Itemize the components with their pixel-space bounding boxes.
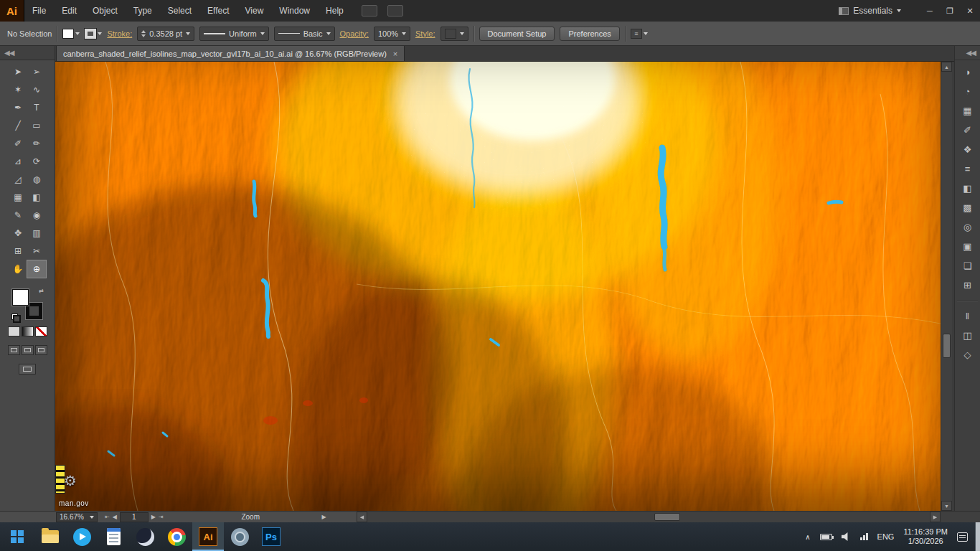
stroke-swatch[interactable]: [85, 29, 102, 39]
menu-edit[interactable]: Edit: [54, 0, 85, 22]
tool-hand[interactable]: ✋: [9, 260, 27, 278]
taskbar-chrome[interactable]: [161, 522, 192, 551]
menu-type[interactable]: Type: [126, 0, 160, 22]
next-artboard-button[interactable]: ▶: [151, 514, 156, 520]
panel-appearance-icon[interactable]: ◎: [959, 219, 976, 235]
draw-behind-button[interactable]: [22, 345, 34, 355]
tool-selection[interactable]: ➤: [9, 63, 27, 80]
menu-effect[interactable]: Effect: [199, 0, 237, 22]
tool-gradient[interactable]: ◧: [27, 189, 46, 206]
panel-brushes-icon[interactable]: ✐: [959, 122, 976, 138]
vertical-scrollbar[interactable]: ▲ ▼: [941, 62, 952, 511]
previous-artboard-button[interactable]: ◀: [113, 514, 117, 520]
stroke-weight-field[interactable]: 0.3528 pt: [137, 27, 194, 41]
close-button[interactable]: ✕: [960, 0, 980, 22]
tool-type[interactable]: T: [27, 99, 46, 116]
text-align-flyout[interactable]: ≡: [631, 29, 648, 39]
battery-icon[interactable]: [820, 534, 832, 540]
tool-paintbrush[interactable]: ✐: [9, 135, 27, 152]
taskbar-illustrator[interactable]: Ai: [192, 522, 224, 551]
taskbar-clock[interactable]: 11:16:39 PM 1/30/2026: [903, 527, 948, 546]
style-select[interactable]: [440, 27, 468, 41]
panel-graphic-styles-icon[interactable]: ▣: [959, 238, 976, 254]
taskbar-night-browser[interactable]: [129, 522, 161, 551]
tool-width[interactable]: ⊿: [9, 153, 27, 170]
tool-magic-wand[interactable]: ✶: [9, 81, 27, 98]
panel-color-guide-icon[interactable]: ◔: [959, 83, 976, 99]
draw-inside-button[interactable]: [35, 345, 47, 355]
taskbar-telegram[interactable]: [66, 522, 98, 551]
vertical-scroll-thumb[interactable]: [943, 334, 951, 358]
menu-file[interactable]: File: [24, 0, 54, 22]
taskbar-file-explorer[interactable]: [34, 522, 66, 551]
last-artboard-button[interactable]: ⇥: [159, 514, 164, 520]
panel-color-icon[interactable]: ◑: [959, 64, 976, 80]
scroll-up-button[interactable]: ▲: [941, 62, 952, 72]
tool-zoom[interactable]: ⊕: [27, 260, 46, 278]
horizontal-scrollbar[interactable]: ◀ ▶: [357, 512, 941, 522]
workspace-switcher[interactable]: Essentials: [839, 6, 901, 16]
menu-help[interactable]: Help: [318, 0, 352, 22]
opacity-panel-link[interactable]: Opacity:: [340, 29, 369, 38]
panel-pathfinder-icon[interactable]: ◫: [959, 327, 976, 343]
language-indicator[interactable]: ENG: [877, 532, 895, 541]
menu-object[interactable]: Object: [85, 0, 126, 22]
tool-direct-selection[interactable]: ➢: [27, 63, 46, 80]
bridge-icon[interactable]: [362, 5, 377, 17]
tool-line-segment[interactable]: ╱: [9, 117, 27, 134]
document-canvas[interactable]: ⚙ man.gov: [55, 62, 941, 511]
fill-swatch[interactable]: [62, 29, 80, 39]
screen-mode-button[interactable]: [19, 364, 36, 375]
scroll-right-button[interactable]: ▶: [930, 512, 941, 522]
panel-gradient-icon[interactable]: ◧: [959, 180, 976, 196]
taskbar-photoshop[interactable]: Ps: [255, 522, 287, 551]
stepper-icon[interactable]: [141, 30, 146, 37]
restore-button[interactable]: ❐: [940, 0, 960, 22]
vertical-scroll-track[interactable]: [941, 72, 952, 501]
tool-lasso[interactable]: ∿: [27, 81, 46, 98]
tool-scale[interactable]: ◿: [9, 171, 27, 188]
swap-fill-stroke-icon[interactable]: ⇄: [39, 288, 44, 294]
tool-blend[interactable]: ◉: [27, 207, 46, 224]
panel-stroke-icon[interactable]: ≡: [959, 161, 976, 176]
tool-rectangle[interactable]: ▭: [27, 117, 46, 134]
tool-artboard[interactable]: ⊞: [9, 242, 27, 260]
panel-transparency-icon[interactable]: ▩: [959, 199, 976, 215]
panel-transform-icon[interactable]: ◇: [959, 347, 976, 362]
scroll-left-button[interactable]: ◀: [357, 512, 367, 522]
tool-symbol-sprayer[interactable]: ✥: [9, 225, 27, 242]
start-button[interactable]: [0, 522, 34, 551]
tool-pencil[interactable]: ✏: [27, 135, 46, 152]
hidden-icons-button[interactable]: ∧: [805, 533, 810, 541]
menu-select[interactable]: Select: [160, 0, 199, 22]
status-flyout-icon[interactable]: ▶: [322, 514, 326, 520]
tool-column-graph[interactable]: ▥: [27, 225, 46, 242]
tool-pen[interactable]: ✒: [9, 99, 27, 116]
draw-normal-button[interactable]: [8, 345, 20, 355]
artboard-number-input[interactable]: 1: [120, 512, 149, 522]
menu-window[interactable]: Window: [271, 0, 318, 22]
document-setup-button[interactable]: Document Setup: [479, 27, 555, 41]
panel-swatches-icon[interactable]: ▦: [959, 103, 976, 118]
scroll-down-button[interactable]: ▼: [941, 501, 952, 511]
tool-slice[interactable]: ✂: [27, 242, 46, 260]
taskbar-utility-app[interactable]: [224, 522, 255, 551]
default-fill-stroke-icon[interactable]: [11, 314, 18, 320]
toolbar-collapse-button[interactable]: ◀◀: [0, 46, 55, 60]
style-panel-link[interactable]: Style:: [415, 29, 435, 38]
tool-rotate[interactable]: ⟳: [27, 153, 46, 170]
panel-artboards-icon[interactable]: ⊞: [959, 277, 976, 293]
color-button[interactable]: [8, 326, 20, 336]
status-display[interactable]: Zoom ▶: [174, 512, 328, 522]
show-desktop-button[interactable]: [975, 522, 980, 551]
network-icon[interactable]: [860, 533, 868, 540]
fill-color-swatch[interactable]: [12, 289, 29, 306]
panel-layers-icon[interactable]: ❏: [959, 258, 976, 273]
close-tab-icon[interactable]: ×: [393, 50, 397, 58]
action-center-icon[interactable]: [957, 532, 968, 542]
menu-view[interactable]: View: [237, 0, 272, 22]
tool-shape-builder[interactable]: ◍: [27, 171, 46, 188]
horizontal-scroll-thumb[interactable]: [654, 513, 680, 521]
taskbar-document-editor[interactable]: [98, 522, 129, 551]
brush-definition-select[interactable]: Basic: [274, 27, 335, 41]
